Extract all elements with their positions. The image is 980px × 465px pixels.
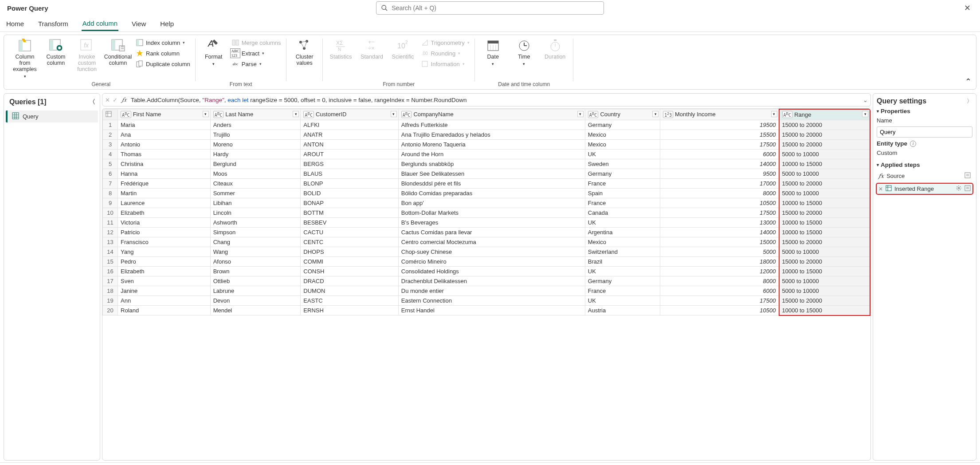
cell[interactable]: ERNSH <box>301 305 398 315</box>
table-row[interactable]: 16ElizabethBrownCONSHConsolidated Holdin… <box>103 266 870 276</box>
table-row[interactable]: 6HannaMoosBLAUSBlauer See DelikatessenGe… <box>103 169 870 178</box>
cell[interactable]: Franscisco <box>118 237 211 247</box>
extract-button[interactable]: ABC123Extract▾ <box>230 48 283 58</box>
cell[interactable]: Ann <box>118 296 211 305</box>
cell[interactable]: 9500 <box>660 169 779 178</box>
cell[interactable]: Hanna <box>118 169 211 178</box>
cell[interactable]: Austria <box>585 305 660 315</box>
row-number[interactable]: 5 <box>103 159 118 169</box>
cell[interactable]: France <box>585 286 660 296</box>
type-badge[interactable]: ABC <box>588 111 599 118</box>
data-grid[interactable]: ABCFirst Name▾ABCLast Name▾ABCCustomerID… <box>102 108 871 461</box>
parse-button[interactable]: abcParse▾ <box>230 59 283 69</box>
table-row[interactable]: 3AntonioMorenoANTONAntonio Moreno Taquer… <box>103 139 870 149</box>
cell[interactable]: Berglunds snabbköp <box>398 159 585 169</box>
table-row[interactable]: 10ElizabethLincolnBOTTMBottom-Dollar Mar… <box>103 208 870 217</box>
cell[interactable]: 10000 to 15000 <box>779 159 870 169</box>
cell[interactable]: Canada <box>585 208 660 217</box>
filter-dropdown-button[interactable]: ▾ <box>577 111 584 117</box>
cell[interactable]: 15000 to 20000 <box>779 130 870 139</box>
cell[interactable]: Roland <box>118 305 211 315</box>
column-header[interactable]: ABCCustomerID▾ <box>301 109 398 120</box>
step-source[interactable]: 𝑓𝑥 Source <box>877 171 972 181</box>
search-box[interactable] <box>376 1 604 15</box>
column-from-examples-button[interactable]: Column from examples▾ <box>10 37 39 80</box>
row-number[interactable]: 11 <box>103 217 118 227</box>
type-badge[interactable]: ABC <box>121 111 131 118</box>
cell[interactable]: Germany <box>585 120 660 130</box>
cell[interactable]: Hardy <box>210 149 301 159</box>
type-badge[interactable]: ABC <box>401 111 412 118</box>
queries-collapse-button[interactable]: 〈 <box>89 98 95 106</box>
cell[interactable]: 15000 to 20000 <box>779 208 870 217</box>
row-number[interactable]: 14 <box>103 247 118 256</box>
cell[interactable]: Libihan <box>210 198 301 208</box>
cell[interactable]: Comércio Mineiro <box>398 256 585 266</box>
cell[interactable]: 5000 to 10000 <box>779 286 870 296</box>
step-menu-icon[interactable] <box>964 172 971 180</box>
column-header[interactable]: ABCFirst Name▾ <box>118 109 211 120</box>
row-number[interactable]: 20 <box>103 305 118 315</box>
cell[interactable]: Mexico <box>585 130 660 139</box>
step-inserted-range[interactable]: ✕ Inserted Range <box>877 184 972 194</box>
row-number[interactable]: 3 <box>103 139 118 149</box>
cell[interactable]: Thomas <box>118 149 211 159</box>
cell[interactable]: 15500 <box>660 130 779 139</box>
fx-icon[interactable]: 𝑓𝑥 <box>120 96 128 103</box>
delete-step-button[interactable]: ✕ <box>878 186 883 192</box>
cell[interactable]: 15000 to 20000 <box>779 256 870 266</box>
cell[interactable]: Around the Horn <box>398 149 585 159</box>
cell[interactable]: 15000 to 20000 <box>779 296 870 305</box>
close-button[interactable]: ✕ <box>959 3 976 13</box>
cell[interactable]: UK <box>585 296 660 305</box>
cell[interactable]: 10000 to 15000 <box>779 217 870 227</box>
cell[interactable]: BOLID <box>301 188 398 198</box>
cell[interactable]: Mendel <box>210 305 301 315</box>
cell[interactable]: Anders <box>210 120 301 130</box>
cell[interactable]: Afonso <box>210 256 301 266</box>
row-number[interactable]: 13 <box>103 237 118 247</box>
row-number[interactable]: 9 <box>103 198 118 208</box>
formula-dropdown-button[interactable]: ⌄ <box>863 97 868 103</box>
cell[interactable]: Ernst Handel <box>398 305 585 315</box>
cell[interactable]: 10000 to 15000 <box>779 198 870 208</box>
cell[interactable]: Mexico <box>585 237 660 247</box>
cell[interactable]: 5000 to 10000 <box>779 169 870 178</box>
row-number[interactable]: 1 <box>103 120 118 130</box>
cell[interactable]: UK <box>585 217 660 227</box>
formula-commit-button[interactable]: ✓ <box>113 97 118 103</box>
cell[interactable]: Ashworth <box>210 217 301 227</box>
cell[interactable]: 13000 <box>660 217 779 227</box>
cell[interactable]: Du monde entier <box>398 286 585 296</box>
cell[interactable]: 5000 to 10000 <box>779 247 870 256</box>
cell[interactable]: BOTTM <box>301 208 398 217</box>
table-row[interactable]: 11VictoriaAshworthBESBEVB's BeveragesUK1… <box>103 217 870 227</box>
cell[interactable]: Ana <box>118 130 211 139</box>
cell[interactable]: 15000 to 20000 <box>779 237 870 247</box>
cell[interactable]: EASTC <box>301 296 398 305</box>
select-all-corner[interactable] <box>103 109 118 120</box>
search-input[interactable] <box>392 4 599 12</box>
cell[interactable]: Ana Trujillo Emaredados y helados <box>398 130 585 139</box>
cell[interactable]: 15000 <box>660 237 779 247</box>
cell[interactable]: Chang <box>210 237 301 247</box>
cell[interactable]: Janine <box>118 286 211 296</box>
cell[interactable]: Bólido Comidas preparadas <box>398 188 585 198</box>
table-row[interactable]: 9LaurenceLibihanBONAPBon app'France10500… <box>103 198 870 208</box>
cell[interactable]: 15000 to 20000 <box>779 120 870 130</box>
tab-help[interactable]: Help <box>159 17 175 30</box>
conditional-column-button[interactable]: Conditional column <box>103 37 133 67</box>
cell[interactable]: Centro comercial Moctezuma <box>398 237 585 247</box>
filter-dropdown-button[interactable]: ▾ <box>862 111 868 117</box>
cell[interactable]: 15000 to 20000 <box>779 178 870 188</box>
cell[interactable]: 17500 <box>660 139 779 149</box>
cell[interactable]: DRACD <box>301 276 398 286</box>
gear-icon[interactable] <box>956 185 962 193</box>
tab-transform[interactable]: Transform <box>37 17 69 30</box>
cell[interactable]: Elizabeth <box>118 266 211 276</box>
cell[interactable]: Frédérique <box>118 178 211 188</box>
cell[interactable]: Blondesddsl pére et fils <box>398 178 585 188</box>
duplicate-column-button[interactable]: Duplicate column <box>134 59 192 69</box>
settings-collapse-button[interactable]: 〉 <box>967 97 972 105</box>
table-row[interactable]: 5ChristinaBerglundBERGSBerglunds snabbkö… <box>103 159 870 169</box>
